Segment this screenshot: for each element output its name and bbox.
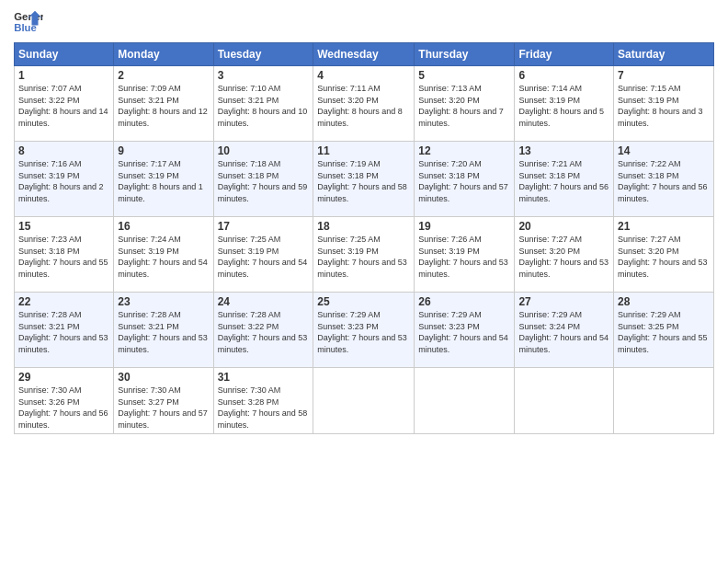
day-number: 20: [518, 220, 609, 233]
day-number: 12: [418, 144, 510, 157]
day-info: Sunrise: 7:10 AMSunset: 3:21 PMDaylight:…: [218, 83, 310, 129]
day-info: Sunrise: 7:28 AMSunset: 3:21 PMDaylight:…: [118, 309, 209, 355]
calendar-cell: 18Sunrise: 7:25 AMSunset: 3:19 PMDayligh…: [313, 217, 415, 293]
day-number: 30: [118, 371, 209, 384]
calendar-cell: 16Sunrise: 7:24 AMSunset: 3:19 PMDayligh…: [114, 217, 213, 293]
calendar-table: SundayMondayTuesdayWednesdayThursdayFrid…: [14, 42, 714, 434]
day-info: Sunrise: 7:29 AMSunset: 3:25 PMDaylight:…: [618, 309, 710, 355]
calendar-cell: 25Sunrise: 7:29 AMSunset: 3:23 PMDayligh…: [313, 293, 415, 368]
day-number: 9: [118, 144, 209, 157]
day-number: 6: [518, 69, 609, 82]
day-info: Sunrise: 7:16 AMSunset: 3:19 PMDaylight:…: [18, 158, 109, 204]
calendar-cell: 20Sunrise: 7:27 AMSunset: 3:20 PMDayligh…: [515, 217, 614, 293]
header: General Blue: [14, 9, 714, 35]
day-info: Sunrise: 7:26 AMSunset: 3:19 PMDaylight:…: [418, 234, 510, 280]
calendar-cell: 3Sunrise: 7:10 AMSunset: 3:21 PMDaylight…: [213, 66, 313, 142]
calendar-header-tuesday: Tuesday: [213, 43, 313, 66]
day-number: 31: [218, 371, 310, 384]
day-info: Sunrise: 7:17 AMSunset: 3:19 PMDaylight:…: [118, 158, 209, 204]
calendar-cell: 7Sunrise: 7:15 AMSunset: 3:19 PMDaylight…: [614, 66, 714, 142]
day-number: 29: [18, 371, 109, 384]
calendar-cell: 13Sunrise: 7:21 AMSunset: 3:18 PMDayligh…: [515, 142, 614, 217]
calendar-cell: 23Sunrise: 7:28 AMSunset: 3:21 PMDayligh…: [114, 293, 213, 368]
day-number: 7: [618, 69, 710, 82]
calendar-header-sunday: Sunday: [15, 43, 114, 66]
day-info: Sunrise: 7:09 AMSunset: 3:21 PMDaylight:…: [118, 83, 209, 129]
day-info: Sunrise: 7:22 AMSunset: 3:18 PMDaylight:…: [618, 158, 710, 204]
calendar-header-monday: Monday: [114, 43, 213, 66]
day-info: Sunrise: 7:30 AMSunset: 3:27 PMDaylight:…: [118, 385, 209, 431]
day-info: Sunrise: 7:20 AMSunset: 3:18 PMDaylight:…: [418, 158, 510, 204]
calendar-cell: [313, 368, 415, 434]
calendar-cell: 31Sunrise: 7:30 AMSunset: 3:28 PMDayligh…: [213, 368, 313, 434]
day-info: Sunrise: 7:24 AMSunset: 3:19 PMDaylight:…: [118, 234, 209, 280]
calendar-header-thursday: Thursday: [415, 43, 515, 66]
day-number: 17: [218, 220, 310, 233]
day-number: 18: [317, 220, 410, 233]
day-number: 5: [418, 69, 510, 82]
day-info: Sunrise: 7:21 AMSunset: 3:18 PMDaylight:…: [518, 158, 609, 204]
day-number: 2: [118, 69, 209, 82]
logo-icon: General Blue: [14, 9, 43, 35]
calendar-cell: 30Sunrise: 7:30 AMSunset: 3:27 PMDayligh…: [114, 368, 213, 434]
day-number: 14: [618, 144, 710, 157]
day-number: 19: [418, 220, 510, 233]
calendar-cell: 9Sunrise: 7:17 AMSunset: 3:19 PMDaylight…: [114, 142, 213, 217]
calendar-cell: 6Sunrise: 7:14 AMSunset: 3:19 PMDaylight…: [515, 66, 614, 142]
calendar-header-saturday: Saturday: [614, 43, 714, 66]
day-info: Sunrise: 7:27 AMSunset: 3:20 PMDaylight:…: [618, 234, 710, 280]
day-number: 3: [218, 69, 310, 82]
page: General Blue SundayMondayTuesdayWednesda…: [0, 0, 728, 563]
logo: General Blue: [14, 9, 43, 35]
day-info: Sunrise: 7:25 AMSunset: 3:19 PMDaylight:…: [218, 234, 310, 280]
day-number: 16: [118, 220, 209, 233]
day-info: Sunrise: 7:11 AMSunset: 3:20 PMDaylight:…: [317, 83, 410, 129]
day-info: Sunrise: 7:29 AMSunset: 3:23 PMDaylight:…: [418, 309, 510, 355]
day-info: Sunrise: 7:29 AMSunset: 3:24 PMDaylight:…: [518, 309, 609, 355]
day-number: 10: [218, 144, 310, 157]
calendar-cell: [515, 368, 614, 434]
calendar-cell: 2Sunrise: 7:09 AMSunset: 3:21 PMDaylight…: [114, 66, 213, 142]
calendar-header-wednesday: Wednesday: [313, 43, 415, 66]
day-info: Sunrise: 7:27 AMSunset: 3:20 PMDaylight:…: [518, 234, 609, 280]
day-info: Sunrise: 7:13 AMSunset: 3:20 PMDaylight:…: [418, 83, 510, 129]
day-info: Sunrise: 7:18 AMSunset: 3:18 PMDaylight:…: [218, 158, 310, 204]
calendar-cell: 11Sunrise: 7:19 AMSunset: 3:18 PMDayligh…: [313, 142, 415, 217]
day-info: Sunrise: 7:14 AMSunset: 3:19 PMDaylight:…: [518, 83, 609, 129]
day-info: Sunrise: 7:30 AMSunset: 3:26 PMDaylight:…: [18, 385, 109, 431]
day-number: 21: [618, 220, 710, 233]
calendar-cell: 14Sunrise: 7:22 AMSunset: 3:18 PMDayligh…: [614, 142, 714, 217]
calendar-cell: 28Sunrise: 7:29 AMSunset: 3:25 PMDayligh…: [614, 293, 714, 368]
calendar-cell: 21Sunrise: 7:27 AMSunset: 3:20 PMDayligh…: [614, 217, 714, 293]
calendar-cell: 19Sunrise: 7:26 AMSunset: 3:19 PMDayligh…: [415, 217, 515, 293]
day-info: Sunrise: 7:29 AMSunset: 3:23 PMDaylight:…: [317, 309, 410, 355]
day-info: Sunrise: 7:30 AMSunset: 3:28 PMDaylight:…: [218, 385, 310, 431]
calendar-cell: [614, 368, 714, 434]
day-number: 4: [317, 69, 410, 82]
day-number: 25: [317, 295, 410, 308]
calendar-cell: 29Sunrise: 7:30 AMSunset: 3:26 PMDayligh…: [15, 368, 114, 434]
day-number: 23: [118, 295, 209, 308]
calendar-cell: 24Sunrise: 7:28 AMSunset: 3:22 PMDayligh…: [213, 293, 313, 368]
calendar-cell: 15Sunrise: 7:23 AMSunset: 3:18 PMDayligh…: [15, 217, 114, 293]
svg-text:General: General: [14, 11, 43, 22]
day-info: Sunrise: 7:07 AMSunset: 3:22 PMDaylight:…: [18, 83, 109, 129]
day-info: Sunrise: 7:23 AMSunset: 3:18 PMDaylight:…: [18, 234, 109, 280]
day-info: Sunrise: 7:28 AMSunset: 3:21 PMDaylight:…: [18, 309, 109, 355]
day-info: Sunrise: 7:25 AMSunset: 3:19 PMDaylight:…: [317, 234, 410, 280]
day-number: 8: [18, 144, 109, 157]
day-number: 13: [518, 144, 609, 157]
day-number: 28: [618, 295, 710, 308]
calendar-cell: 26Sunrise: 7:29 AMSunset: 3:23 PMDayligh…: [415, 293, 515, 368]
day-number: 22: [18, 295, 109, 308]
day-info: Sunrise: 7:15 AMSunset: 3:19 PMDaylight:…: [618, 83, 710, 129]
calendar-cell: 17Sunrise: 7:25 AMSunset: 3:19 PMDayligh…: [213, 217, 313, 293]
day-number: 27: [518, 295, 609, 308]
day-number: 26: [418, 295, 510, 308]
calendar-cell: [415, 368, 515, 434]
day-number: 1: [18, 69, 109, 82]
calendar-cell: 1Sunrise: 7:07 AMSunset: 3:22 PMDaylight…: [15, 66, 114, 142]
calendar-cell: 22Sunrise: 7:28 AMSunset: 3:21 PMDayligh…: [15, 293, 114, 368]
calendar-cell: 10Sunrise: 7:18 AMSunset: 3:18 PMDayligh…: [213, 142, 313, 217]
calendar-cell: 5Sunrise: 7:13 AMSunset: 3:20 PMDaylight…: [415, 66, 515, 142]
